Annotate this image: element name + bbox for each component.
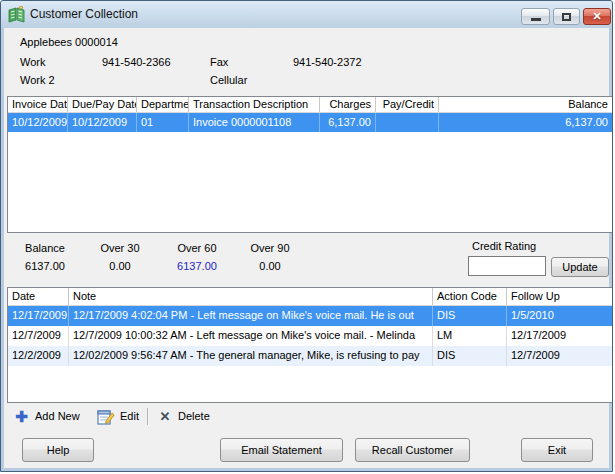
note-text-cell: 12/17/2009 4:02:04 PM - Left message on … [69, 306, 433, 326]
email-statement-button[interactable]: Email Statement [220, 438, 343, 462]
minimize-icon [531, 18, 541, 21]
over-90-label: Over 90 [240, 242, 300, 254]
note-follow-up-cell: 12/7/2009 [507, 346, 612, 366]
note-follow-up-cell: 12/17/2009 [507, 326, 612, 346]
pay-credit-cell [376, 113, 439, 132]
column-header-invoice-date[interactable]: Invoice Date [8, 97, 68, 112]
department-cell: 01 [137, 113, 189, 132]
delete-x-icon: ✕ [157, 408, 173, 425]
delete-button[interactable]: Delete [178, 410, 210, 422]
notes-table-header: Date Note Action Code Follow Up [8, 288, 612, 306]
close-icon: ✕ [584, 10, 610, 23]
column-header-department[interactable]: Department [137, 97, 189, 112]
column-header-description[interactable]: Transaction Description [189, 97, 320, 112]
notes-table: Date Note Action Code Follow Up 12/17/20… [7, 287, 613, 403]
customer-name: Applebees 0000014 [20, 36, 118, 48]
note-text-cell: 12/7/2009 10:00:32 AM - Left message on … [69, 326, 433, 346]
balance-value: 6137.00 [15, 260, 75, 272]
note-action-code-cell: DIS [433, 346, 507, 366]
notes-toolbar: ✚ Add New Edit ✕ Delete [4, 404, 609, 432]
column-header-follow-up[interactable]: Follow Up [507, 288, 612, 305]
over-30-value: 0.00 [90, 260, 150, 272]
note-text-cell: 12/02/2009 9:56:47 AM - The general mana… [69, 346, 433, 366]
work2-label: Work 2 [20, 74, 55, 86]
cellular-label: Cellular [210, 74, 247, 86]
balance-label: Balance [15, 242, 75, 254]
note-row[interactable]: 12/7/2009 12/7/2009 10:00:32 AM - Left m… [8, 326, 612, 346]
exit-button[interactable]: Exit [521, 438, 593, 462]
column-header-action-code[interactable]: Action Code [433, 288, 507, 305]
column-header-charges[interactable]: Charges [320, 97, 376, 112]
description-cell: Invoice 0000001108 [189, 113, 320, 132]
ledger-book-icon [8, 6, 25, 23]
maximize-button[interactable] [553, 8, 580, 25]
update-button[interactable]: Update [551, 257, 609, 277]
title-bar[interactable]: Customer Collection ✕ [1, 1, 612, 28]
column-header-note[interactable]: Note [69, 288, 433, 305]
column-header-pay-credit[interactable]: Pay/Credit [376, 97, 439, 112]
toolbar-separator [147, 408, 148, 425]
minimize-button[interactable] [521, 8, 550, 25]
invoice-table-header: Invoice Date Due/Pay Date Department Tra… [8, 97, 612, 113]
dialog-client-area: Applebees 0000014 Work 941-540-2366 Fax … [4, 28, 609, 468]
over-90-value: 0.00 [240, 260, 300, 272]
help-button[interactable]: Help [22, 438, 94, 462]
over-30-label: Over 30 [90, 242, 150, 254]
note-date-cell: 12/17/2009 [8, 306, 69, 326]
charges-cell: 6,137.00 [320, 113, 376, 132]
column-header-balance[interactable]: Balance [439, 97, 612, 112]
over-60-label: Over 60 [167, 242, 227, 254]
edit-pencil-icon [97, 408, 115, 426]
due-pay-date-cell: 10/12/2009 [68, 113, 137, 132]
credit-rating-label: Credit Rating [472, 240, 536, 252]
customer-collection-window: Customer Collection ✕ Applebees 0000014 … [0, 0, 613, 472]
note-row-selected[interactable]: 12/17/2009 12/17/2009 4:02:04 PM - Left … [8, 306, 612, 326]
maximize-icon [562, 13, 571, 21]
invoice-row-selected[interactable]: 10/12/2009 10/12/2009 01 Invoice 0000001… [8, 113, 612, 132]
balance-cell: 6,137.00 [439, 113, 612, 132]
note-follow-up-cell: 1/5/2010 [507, 306, 612, 326]
note-date-cell: 12/7/2009 [8, 326, 69, 346]
fax-value: 941-540-2372 [293, 56, 362, 68]
window-title: Customer Collection [30, 7, 138, 21]
edit-button[interactable]: Edit [120, 410, 139, 422]
note-date-cell: 12/2/2009 [8, 346, 69, 366]
note-row[interactable]: 12/2/2009 12/02/2009 9:56:47 AM - The ge… [8, 346, 612, 366]
over-60-value: 6137.00 [167, 260, 227, 272]
close-button[interactable]: ✕ [583, 8, 611, 25]
note-action-code-cell: DIS [433, 306, 507, 326]
fax-label: Fax [210, 56, 228, 68]
recall-customer-button[interactable]: Recall Customer [355, 438, 470, 462]
add-new-button[interactable]: Add New [35, 410, 80, 422]
invoice-table: Invoice Date Due/Pay Date Department Tra… [7, 96, 613, 233]
plus-icon: ✚ [13, 408, 30, 425]
invoice-date-cell: 10/12/2009 [8, 113, 68, 132]
column-header-date[interactable]: Date [8, 288, 69, 305]
column-header-due-pay-date[interactable]: Due/Pay Date [68, 97, 137, 112]
note-action-code-cell: LM [433, 326, 507, 346]
work-label: Work [20, 56, 45, 68]
credit-rating-input[interactable] [468, 256, 546, 276]
work-phone-value: 941-540-2366 [102, 56, 171, 68]
